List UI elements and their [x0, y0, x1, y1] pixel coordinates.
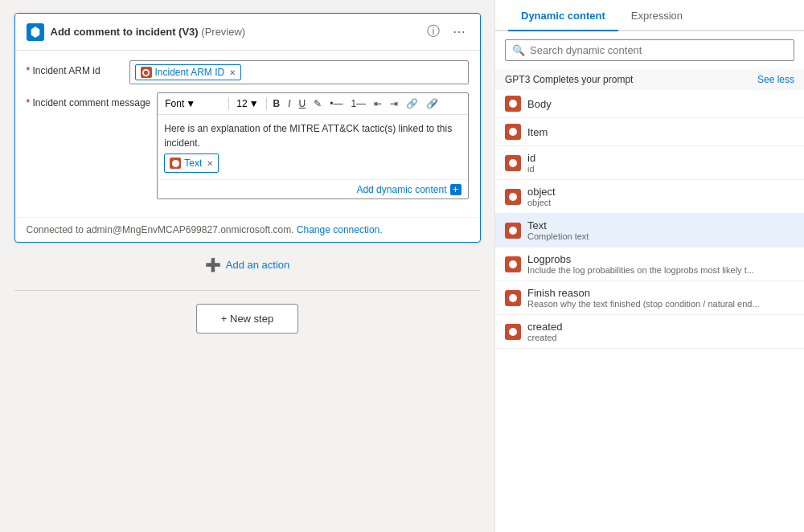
incident-arm-tag: Incident ARM ID ✕ — [135, 64, 242, 80]
item-icon — [505, 124, 521, 140]
see-less-button[interactable]: See less — [757, 74, 794, 85]
item-name: Item — [527, 126, 794, 138]
svg-point-6 — [509, 294, 517, 302]
item-name: id — [527, 152, 794, 164]
plus-icon: + — [450, 184, 461, 195]
chevron-down-icon-size: ▼ — [249, 98, 259, 109]
tag-close-btn[interactable]: ✕ — [229, 68, 236, 77]
item-desc: Include the log probabilities on the log… — [527, 265, 769, 275]
item-name: created — [527, 321, 794, 333]
svg-point-3 — [509, 193, 517, 201]
unordered-list-button[interactable]: •— — [326, 96, 346, 111]
card-body: Incident ARM id Incident ARM ID ✕ Incide… — [15, 51, 480, 217]
dynamic-item[interactable]: Body — [495, 90, 804, 118]
unlink-button[interactable]: 🔗̸ — [423, 96, 441, 111]
add-action-button[interactable]: ➕ Add an action — [197, 252, 298, 277]
add-dynamic-section: Add dynamic content + — [158, 179, 467, 198]
right-panel: Dynamic content Expression 🔍 GPT3 Comple… — [494, 0, 804, 532]
search-box[interactable]: 🔍 — [505, 39, 794, 61]
card-header-left: Add comment to incident (V3) (Preview) — [27, 23, 246, 41]
item-name: Body — [527, 98, 794, 110]
card-header-right: ⓘ ⋯ — [424, 22, 469, 42]
search-input[interactable] — [530, 44, 787, 56]
item-name: object — [527, 186, 794, 198]
pen-button[interactable]: ✎ — [310, 96, 325, 111]
font-size-select[interactable]: 12 ▼ — [232, 96, 262, 112]
indent-right-button[interactable]: ⇥ — [387, 96, 401, 111]
add-action-icon: ➕ — [205, 257, 221, 272]
incident-comment-row: Incident comment message Font ▼ 12 ▼ — [27, 92, 469, 199]
incident-arm-field[interactable]: Incident ARM ID ✕ — [129, 60, 469, 84]
item-text: created created — [527, 321, 794, 342]
font-select[interactable]: Font ▼ — [161, 96, 225, 112]
item-name: Logprobs — [527, 253, 794, 265]
item-icon — [505, 290, 521, 306]
add-dynamic-content-button[interactable]: Add dynamic content + — [356, 184, 461, 195]
text-tag-icon — [170, 158, 181, 169]
info-button[interactable]: ⓘ — [424, 22, 443, 42]
svg-point-4 — [509, 227, 517, 235]
more-options-button[interactable]: ⋯ — [449, 23, 469, 41]
toolbar-separator-1 — [228, 97, 229, 110]
item-desc: created — [527, 333, 769, 342]
svg-point-2 — [509, 159, 517, 167]
item-desc: object — [527, 198, 769, 207]
dynamic-item[interactable]: object object — [495, 180, 804, 214]
action-card: Add comment to incident (V3) (Preview) ⓘ… — [14, 13, 481, 243]
dynamic-item[interactable]: created created — [495, 315, 804, 349]
dynamic-item[interactable]: Finish reason Reason why the text finish… — [495, 281, 804, 315]
item-icon — [505, 223, 521, 239]
ordered-list-button[interactable]: 1— — [347, 96, 369, 111]
dynamic-content-list: GPT3 Completes your prompt See less Body… — [495, 69, 804, 532]
left-panel: Add comment to incident (V3) (Preview) ⓘ… — [0, 0, 494, 532]
dynamic-item[interactable]: id id — [495, 146, 804, 180]
card-logo — [27, 23, 44, 41]
item-text: Body — [527, 98, 794, 110]
indent-left-button[interactable]: ⇤ — [371, 96, 385, 111]
svg-point-7 — [509, 328, 517, 336]
search-icon: 🔍 — [512, 44, 525, 56]
incident-arm-row: Incident ARM id Incident ARM ID ✕ — [27, 60, 469, 84]
item-text: Text Completion text — [527, 219, 794, 241]
item-icon — [505, 189, 521, 205]
item-text: Finish reason Reason why the text finish… — [527, 287, 794, 309]
link-button[interactable]: 🔗 — [403, 96, 421, 111]
item-desc: Reason why the text finished (stop condi… — [527, 299, 769, 309]
underline-button[interactable]: U — [296, 96, 310, 111]
dynamic-item[interactable]: Logprobs Include the log probabilities o… — [495, 248, 804, 281]
item-name: Finish reason — [527, 287, 794, 299]
editor-toolbar: Font ▼ 12 ▼ B I U ✎ •— — [158, 93, 467, 115]
tag-icon — [141, 67, 152, 78]
item-icon — [505, 256, 521, 272]
incident-comment-label: Incident comment message — [27, 92, 151, 108]
editor-tags-line: Text ✕ — [164, 153, 461, 173]
item-desc: id — [527, 164, 769, 174]
bold-button[interactable]: B — [270, 96, 284, 111]
tab-dynamic-content[interactable]: Dynamic content — [508, 0, 618, 31]
new-step-button[interactable]: + New step — [196, 304, 298, 334]
item-icon — [505, 96, 521, 112]
card-header: Add comment to incident (V3) (Preview) ⓘ… — [15, 14, 480, 51]
svg-point-1 — [509, 128, 517, 136]
item-desc: Completion text — [527, 231, 769, 241]
item-text: id id — [527, 152, 794, 174]
flow-divider — [14, 290, 481, 291]
connection-info: Connected to admin@MngEnvMCAP699827.onmi… — [15, 217, 480, 242]
editor-content[interactable]: Here is an explanation of the MITRE ATT&… — [158, 115, 467, 179]
tab-expression[interactable]: Expression — [618, 0, 695, 31]
dynamic-item[interactable]: Item — [495, 118, 804, 146]
change-connection-link[interactable]: Change connection. — [297, 224, 383, 235]
toolbar-separator-2 — [266, 97, 267, 110]
item-name: Text — [527, 219, 794, 231]
italic-button[interactable]: I — [285, 96, 293, 111]
section-header: GPT3 Completes your prompt See less — [495, 69, 804, 90]
dynamic-items-container: Body Item id id object object — [495, 90, 804, 349]
item-icon — [505, 155, 521, 171]
svg-point-0 — [509, 100, 517, 108]
text-tag-close[interactable]: ✕ — [207, 158, 213, 170]
chevron-down-icon: ▼ — [186, 98, 195, 109]
rich-editor[interactable]: Font ▼ 12 ▼ B I U ✎ •— — [157, 92, 468, 199]
dynamic-item[interactable]: Text Completion text — [495, 214, 804, 248]
item-text: object object — [527, 186, 794, 207]
dynamic-tabs: Dynamic content Expression — [495, 0, 804, 31]
